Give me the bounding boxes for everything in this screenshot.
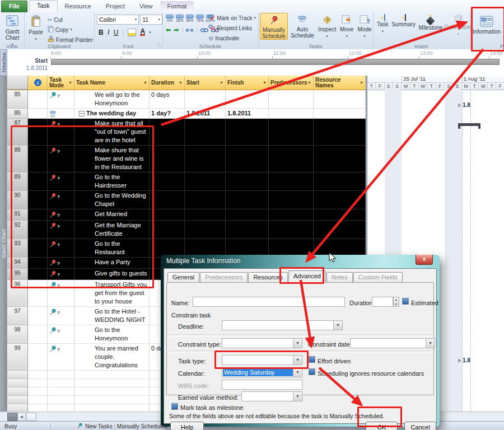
table-row[interactable]: 85?We will go to the Honeymoon0 days	[7, 90, 366, 109]
task-name-cell[interactable]: You are married couple. Congratulations	[74, 344, 150, 371]
finish-cell[interactable]	[226, 172, 269, 191]
row-number[interactable]: 99	[7, 344, 28, 371]
cancel-button[interactable]: Cancel	[404, 422, 436, 430]
duration-cell[interactable]	[150, 172, 185, 191]
timeline-pane-tab[interactable]: Timeline	[0, 49, 7, 76]
duration-cell[interactable]: 0 days	[150, 90, 185, 109]
start-cell[interactable]: 1.8.2011	[185, 109, 226, 119]
filter-arrow-icon[interactable]: ▼	[360, 80, 363, 86]
italic-button[interactable]: I	[108, 28, 110, 36]
predecessors-cell[interactable]	[269, 146, 314, 172]
scroll-left-button[interactable]: ◄	[17, 413, 26, 421]
duration-field[interactable]	[372, 297, 393, 307]
insert-deliverable-button[interactable]: Deliverable ▾	[445, 13, 472, 37]
mode-button[interactable]: ? Mode ▾	[356, 13, 373, 40]
table-row[interactable]: 90?Go to the Wedding Chapel	[7, 191, 366, 209]
ribbon-tab-task[interactable]: Task	[29, 0, 58, 12]
information-button[interactable]: Information	[470, 14, 503, 35]
summary-task-bar[interactable]	[458, 123, 480, 126]
task-name-cell[interactable]: Get the Marriage Certificate	[74, 221, 150, 239]
duration-cell[interactable]	[150, 221, 185, 239]
task-mode-cell[interactable]	[48, 109, 74, 119]
task-name-cell[interactable]: Give gifts to guests	[74, 269, 150, 280]
task-mode-cell[interactable]: ?	[48, 146, 74, 172]
task-type-combo[interactable]: ▼	[222, 355, 302, 365]
percent-complete-25-button[interactable]: 25%	[175, 15, 184, 22]
row-number[interactable]: 90	[7, 191, 28, 209]
ribbon-tab-view[interactable]: View	[132, 1, 160, 12]
table-row[interactable]: 86−The wedding day1 day?1.8.20111.8.2011	[7, 109, 366, 119]
task-mode-cell[interactable]: ?	[48, 269, 74, 280]
auto-schedule-button[interactable]: Auto Schedule	[289, 13, 316, 40]
filter-arrow-icon[interactable]: ▼	[263, 80, 267, 86]
ribbon-tab-file[interactable]: File	[1, 1, 27, 12]
duration-cell[interactable]	[150, 119, 185, 146]
constraint-date-combo[interactable]: ▼	[350, 338, 435, 348]
filter-arrow-icon[interactable]: ▼	[143, 80, 147, 86]
predecessors-cell[interactable]	[269, 191, 314, 209]
row-number[interactable]: 94	[7, 258, 28, 269]
table-row[interactable]: 87?Make sure that all "out of town" gues…	[7, 119, 366, 146]
resource-names-cell[interactable]	[314, 119, 366, 146]
resource-names-cell[interactable]	[314, 191, 366, 209]
finish-cell[interactable]	[226, 119, 269, 146]
resource-names-cell[interactable]	[314, 90, 366, 109]
start-cell[interactable]	[185, 191, 226, 209]
task-name-cell[interactable]: Go to the Wedding Chapel	[74, 191, 150, 209]
task-name-cell[interactable]: Get Married	[74, 209, 150, 221]
task-mode-cell[interactable]: ?	[48, 325, 74, 344]
resource-names-cell[interactable]	[314, 221, 366, 239]
deadline-combo[interactable]: ▼	[222, 320, 343, 330]
row-number[interactable]: 85	[7, 90, 28, 109]
finish-cell[interactable]	[226, 221, 269, 239]
task-mode-cell[interactable]: ?	[48, 344, 74, 371]
dialog-tab-custom-fields[interactable]: Custom Fields	[353, 272, 403, 283]
finish-cell[interactable]	[226, 191, 269, 209]
percent-complete-50-button[interactable]: 50%	[185, 15, 194, 22]
constraint-type-combo[interactable]: ▼	[222, 338, 302, 348]
resource-names-cell[interactable]	[314, 209, 366, 221]
percent-complete-0-button[interactable]: 0%	[165, 15, 174, 22]
indent-icon[interactable]: ➡	[174, 26, 179, 34]
column-header-task-name[interactable]: Task Name▼	[74, 76, 150, 90]
calendar-combo[interactable]: Wedding Saturday▼	[222, 367, 302, 377]
finish-cell[interactable]: 1.8.2011	[226, 109, 269, 119]
milestone-marker[interactable]: 1.8	[458, 357, 470, 363]
predecessors-cell[interactable]	[269, 209, 314, 221]
font-size-combo[interactable]: 11▾	[140, 15, 162, 25]
resource-names-cell[interactable]	[314, 172, 366, 191]
resource-names-cell[interactable]	[314, 146, 366, 172]
row-number[interactable]: 89	[7, 172, 28, 191]
predecessors-cell[interactable]	[269, 109, 314, 119]
row-number[interactable]: 92	[7, 221, 28, 239]
filter-arrow-icon[interactable]: ▼	[220, 80, 223, 86]
task-name-cell[interactable]: Go to the Hairdresser	[74, 172, 150, 191]
task-name-cell[interactable]: Go to the Hotel - WEDDING NIGHT	[74, 307, 150, 325]
task-mode-cell[interactable]: ?	[48, 258, 74, 269]
dialog-tab-predecessors[interactable]: Predecessors	[200, 272, 248, 283]
table-row[interactable]: 88?Make shure that flower and wine is in…	[7, 146, 366, 172]
name-field[interactable]	[193, 297, 345, 307]
task-name-cell[interactable]: We will go to the Honeymoon	[74, 90, 150, 109]
start-cell[interactable]	[185, 209, 226, 221]
task-mode-cell[interactable]: ?	[48, 90, 74, 109]
task-name-cell[interactable]: Make sure that all "out of town" guest a…	[74, 119, 150, 146]
scrollbar-thumb[interactable]	[26, 413, 36, 421]
task-mode-cell[interactable]: ?	[48, 307, 74, 325]
row-number[interactable]: 93	[7, 239, 28, 258]
filter-arrow-icon[interactable]: ▼	[307, 80, 311, 86]
close-icon[interactable]: x	[416, 255, 433, 265]
inspect-button[interactable]: ? Inspect ▾	[317, 13, 337, 40]
task-name-cell[interactable]: Go to the Restaurant	[74, 239, 150, 258]
scheduling-ignores-checkbox[interactable]	[309, 368, 315, 375]
inactivate-button[interactable]: ⊖Inactivate	[208, 34, 256, 43]
outdent-icon[interactable]: ⬅	[166, 26, 171, 34]
timeline-span-bar[interactable]	[51, 59, 500, 65]
dialog-launcher-icon[interactable]: ⤡	[157, 43, 161, 48]
predecessors-cell[interactable]	[269, 172, 314, 191]
indicator-column-header[interactable]: i	[28, 76, 48, 90]
wbs-code-field[interactable]	[222, 380, 302, 390]
ok-button[interactable]: OK	[366, 422, 398, 430]
paste-button[interactable]: Paste ▾	[26, 13, 45, 44]
predecessors-cell[interactable]	[269, 90, 314, 109]
